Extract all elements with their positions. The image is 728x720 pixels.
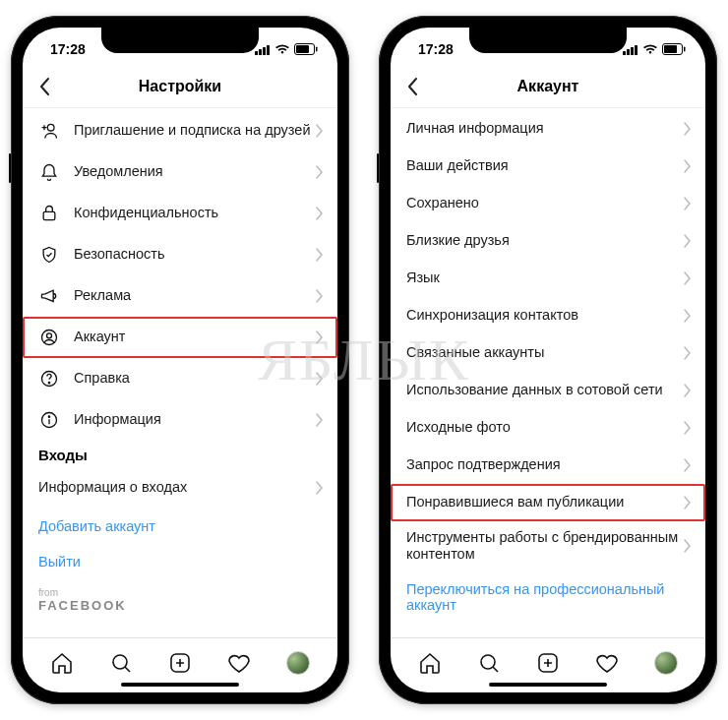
row-linked-accounts[interactable]: Связанные аккаунты <box>391 334 705 372</box>
from-facebook: from FACEBOOK <box>23 579 337 621</box>
row-saved[interactable]: Сохранено <box>391 185 705 222</box>
switch-pro-account-link[interactable]: Переключиться на профессиональный аккаун… <box>391 571 705 623</box>
row-language[interactable]: Язык <box>391 260 705 297</box>
wifi-icon <box>642 43 658 55</box>
chevron-right-icon <box>316 372 324 386</box>
row-label: Исходные фото <box>406 419 684 436</box>
chevron-right-icon <box>684 271 692 285</box>
svg-point-10 <box>47 333 52 338</box>
row-your-activity[interactable]: Ваши действия <box>391 148 705 185</box>
tab-profile[interactable] <box>286 651 310 675</box>
row-label: Сохранено <box>406 195 684 211</box>
row-label: Язык <box>406 270 684 286</box>
chevron-right-icon <box>316 207 324 220</box>
row-account[interactable]: Аккаунт <box>23 317 337 358</box>
svg-rect-22 <box>664 45 677 53</box>
back-button[interactable] <box>32 71 56 102</box>
back-button[interactable] <box>400 71 424 102</box>
row-personal-info[interactable]: Личная информация <box>391 110 705 148</box>
home-indicator[interactable] <box>489 683 607 687</box>
row-privacy[interactable]: Конфиденциальность <box>23 193 337 234</box>
app-header: Настройки <box>23 65 337 108</box>
svg-point-12 <box>48 383 49 384</box>
row-original-photos[interactable]: Исходные фото <box>391 409 705 447</box>
row-help[interactable]: Справка <box>23 358 337 399</box>
chevron-right-icon <box>684 421 692 435</box>
status-right <box>623 43 686 55</box>
svg-rect-23 <box>684 47 686 52</box>
phone-right: 17:28 Аккаунт Личная информация Ваши дей… <box>379 16 717 704</box>
chevron-right-icon <box>684 122 692 136</box>
tab-home[interactable] <box>50 651 74 675</box>
row-label: Приглашение и подписка на друзей <box>74 122 316 139</box>
settings-list: Приглашение и подписка на друзей Уведомл… <box>23 108 337 637</box>
chevron-right-icon <box>316 481 324 495</box>
svg-point-7 <box>47 124 54 131</box>
avatar-icon <box>654 651 678 675</box>
chevron-right-icon <box>684 197 692 210</box>
row-label: Справка <box>74 370 316 387</box>
row-cellular-data[interactable]: Использование данных в сотовой сети <box>391 372 705 409</box>
row-about[interactable]: Информация <box>23 399 337 441</box>
tab-search[interactable] <box>109 651 133 675</box>
row-notifications[interactable]: Уведомления <box>23 151 337 193</box>
chevron-right-icon <box>316 165 324 179</box>
tab-home[interactable] <box>418 651 442 675</box>
screen-right: 17:28 Аккаунт Личная информация Ваши дей… <box>391 28 705 692</box>
svg-rect-20 <box>635 45 637 55</box>
screen-left: 17:28 Настройки Приглашение и подписка н… <box>23 28 337 692</box>
wifi-icon <box>274 43 290 55</box>
tab-bar <box>391 637 705 687</box>
tab-activity[interactable] <box>595 651 619 675</box>
svg-point-24 <box>481 655 495 669</box>
chevron-right-icon <box>316 413 324 427</box>
row-label: Понравившиеся вам публикации <box>406 494 684 510</box>
row-label: Использование данных в сотовой сети <box>406 382 684 398</box>
chevron-right-icon <box>684 458 692 472</box>
row-login-info[interactable]: Информация о входах <box>23 467 337 509</box>
row-close-friends[interactable]: Близкие друзья <box>391 222 705 260</box>
app-header: Аккаунт <box>391 65 705 108</box>
svg-rect-5 <box>296 45 309 53</box>
tab-profile[interactable] <box>654 651 678 675</box>
tab-new-post[interactable] <box>536 651 560 675</box>
section-logins: Входы <box>23 441 337 467</box>
logout-link[interactable]: Выйти <box>23 544 337 579</box>
row-label: Близкие друзья <box>406 232 684 249</box>
chevron-right-icon <box>684 234 692 248</box>
row-posts-you-liked[interactable]: Понравившиеся вам публикации <box>391 484 705 521</box>
tab-search[interactable] <box>477 651 501 675</box>
svg-rect-8 <box>43 211 55 219</box>
tab-bar <box>23 637 337 687</box>
add-account-link[interactable]: Добавить аккаунт <box>23 509 337 544</box>
row-ads[interactable]: Реклама <box>23 275 337 317</box>
status-time: 17:28 <box>50 41 86 57</box>
svg-rect-18 <box>627 49 630 55</box>
row-contacts-sync[interactable]: Синхронизация контактов <box>391 297 705 334</box>
svg-rect-1 <box>259 49 262 55</box>
tab-activity[interactable] <box>227 651 251 675</box>
row-label: Связанные аккаунты <box>406 344 684 361</box>
row-label: Инструменты работы с брендированным конт… <box>406 529 684 564</box>
page-title: Настройки <box>139 78 221 95</box>
row-invite-friends[interactable]: Приглашение и подписка на друзей <box>23 110 337 151</box>
chevron-right-icon <box>684 159 692 173</box>
home-indicator[interactable] <box>121 683 239 687</box>
shield-icon <box>38 245 60 265</box>
row-security[interactable]: Безопасность <box>23 234 337 275</box>
account-list: Личная информация Ваши действия Сохранен… <box>391 108 705 637</box>
chevron-right-icon <box>316 124 324 138</box>
battery-icon <box>662 43 686 55</box>
row-branded-content[interactable]: Инструменты работы с брендированным конт… <box>391 521 705 571</box>
chevron-right-icon <box>684 539 692 553</box>
row-label: Уведомления <box>74 163 316 180</box>
row-label: Конфиденциальность <box>74 205 316 221</box>
chevron-right-icon <box>316 248 324 262</box>
row-request-verification[interactable]: Запрос подтверждения <box>391 447 705 484</box>
tab-new-post[interactable] <box>168 651 192 675</box>
row-label: Синхронизация контактов <box>406 307 684 324</box>
status-right <box>255 43 318 55</box>
page-title: Аккаунт <box>517 78 579 95</box>
svg-rect-19 <box>631 47 634 55</box>
from-label: from <box>38 587 322 598</box>
